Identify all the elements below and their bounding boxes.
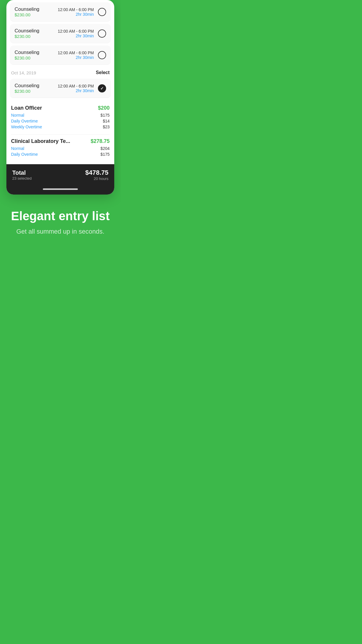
summary-detail-row: Normal $204: [11, 146, 110, 151]
entry-price: $230.00: [15, 12, 58, 17]
summary-item-header: Clinical Laboratory Te... $278.75: [11, 138, 110, 144]
summary-detail-row: Daily Overtime $175: [11, 151, 110, 157]
detail-label-weekly-overtime: Weekly Overtime: [11, 125, 42, 129]
entry-title: Counseling: [15, 28, 58, 34]
list-item[interactable]: Counseling $230.00 12:00 AM - 6:00 PM 2h…: [10, 46, 111, 65]
total-label: Total: [12, 169, 32, 176]
bottom-bar: Total 23 selected $478.75 20 hours: [6, 164, 114, 186]
entry-title: Counseling: [15, 6, 58, 12]
summary-detail-row: Weekly Overtime $23: [11, 124, 110, 130]
select-button[interactable]: Select: [96, 70, 110, 75]
total-amount: $478.75: [85, 169, 108, 176]
detail-label-normal: Normal: [11, 113, 24, 118]
entry-time-range: 12:00 AM - 6:00 PM: [58, 50, 94, 55]
entry-time-area: 12:00 AM - 6:00 PM 2hr 30min: [58, 29, 94, 38]
summary-item-header: Loan Officer $200: [11, 105, 110, 111]
section-date: Oct 14, 2019: [11, 70, 36, 75]
entry-info: Counseling $230.00: [15, 6, 58, 17]
detail-value-normal: $175: [101, 113, 110, 118]
detail-value-daily-overtime: $175: [101, 152, 110, 157]
radio-button[interactable]: [98, 29, 106, 38]
entry-duration: 2hr 30min: [58, 12, 94, 17]
radio-button[interactable]: [98, 51, 106, 59]
detail-value-daily-overtime: $14: [103, 119, 110, 123]
entry-price: $230.00: [15, 89, 58, 94]
promo-subtitle: Get all summed up in seconds.: [11, 228, 110, 235]
promo-title: Elegant entry list: [11, 209, 110, 223]
detail-value-normal: $204: [101, 146, 110, 151]
summary-item-title: Loan Officer: [11, 105, 42, 111]
entry-info: Counseling $230.00: [15, 50, 58, 60]
radio-button[interactable]: [98, 8, 106, 16]
summary-detail-row: Normal $175: [11, 112, 110, 118]
entry-list: Counseling $230.00 12:00 AM - 6:00 PM 2h…: [6, 2, 114, 195]
entry-price: $230.00: [15, 34, 58, 39]
list-item[interactable]: Counseling $230.00 12:00 AM - 6:00 PM 2h…: [10, 2, 111, 22]
selected-count: 23 selected: [12, 176, 32, 181]
summary-item-clinical-lab: Clinical Laboratory Te... $278.75 Normal…: [11, 138, 110, 157]
promo-section: Elegant entry list Get all summed up in …: [4, 195, 117, 247]
section-header: Oct 14, 2019 Select: [6, 67, 114, 76]
entry-time-range: 12:00 AM - 6:00 PM: [58, 84, 94, 88]
summary-detail-row: Daily Overtime $14: [11, 118, 110, 124]
phone-card: Counseling $230.00 12:00 AM - 6:00 PM 2h…: [6, 0, 114, 195]
detail-label-daily-overtime: Daily Overtime: [11, 152, 38, 157]
home-indicator: [6, 186, 114, 195]
entry-price: $230.00: [15, 55, 58, 60]
entry-time-range: 12:00 AM - 6:00 PM: [58, 7, 94, 12]
entry-duration: 2hr 30min: [58, 88, 94, 93]
detail-label-normal: Normal: [11, 146, 24, 151]
entry-info: Counseling $230.00: [15, 83, 58, 94]
entry-title: Counseling: [15, 83, 58, 89]
entry-title: Counseling: [15, 50, 58, 55]
entry-time-area: 12:00 AM - 6:00 PM 2hr 30min: [58, 84, 94, 93]
entry-duration: 2hr 30min: [58, 55, 94, 60]
entry-time-area: 12:00 AM - 6:00 PM 2hr 30min: [58, 7, 94, 17]
entry-info: Counseling $230.00: [15, 28, 58, 39]
bottom-bar-left: Total 23 selected: [12, 169, 32, 181]
entry-duration: 2hr 30min: [58, 34, 94, 38]
bottom-bar-right: $478.75 20 hours: [85, 169, 108, 181]
list-item[interactable]: Counseling $230.00 12:00 AM - 6:00 PM 2h…: [10, 24, 111, 43]
entry-time-area: 12:00 AM - 6:00 PM 2hr 30min: [58, 50, 94, 60]
detail-value-weekly-overtime: $23: [103, 125, 110, 129]
summary-item-total: $278.75: [91, 138, 110, 144]
summary-section: Loan Officer $200 Normal $175 Daily Over…: [6, 100, 114, 164]
summary-item-title: Clinical Laboratory Te...: [11, 138, 70, 144]
list-item[interactable]: Counseling $230.00 12:00 AM - 6:00 PM 2h…: [10, 79, 111, 98]
entry-time-range: 12:00 AM - 6:00 PM: [58, 29, 94, 34]
home-bar: [43, 188, 78, 190]
divider: [11, 134, 110, 135]
detail-label-daily-overtime: Daily Overtime: [11, 119, 38, 123]
summary-item-total: $200: [98, 105, 110, 111]
summary-item-loan-officer: Loan Officer $200 Normal $175 Daily Over…: [11, 105, 110, 130]
radio-button-selected[interactable]: [98, 84, 106, 92]
total-hours: 20 hours: [85, 176, 108, 181]
